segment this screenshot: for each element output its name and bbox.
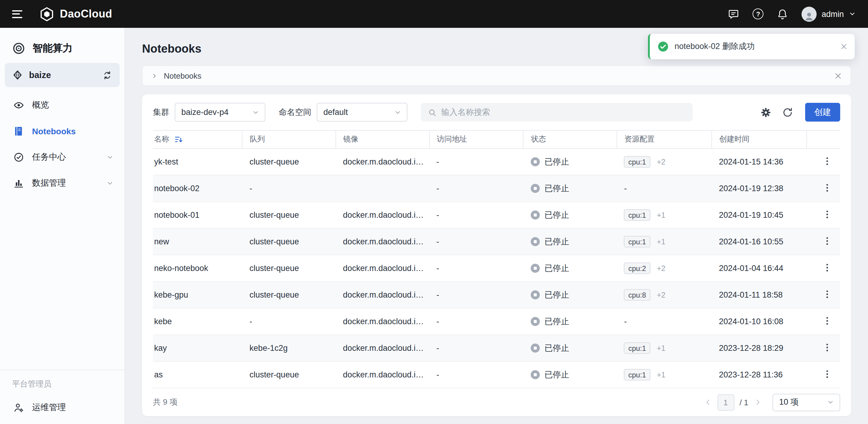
table-row[interactable]: notebook-02 - - 已停止 - 2024-01-19 12:38 <box>153 175 840 202</box>
switch-workspace-icon[interactable] <box>102 70 113 80</box>
stopped-status-icon <box>531 290 540 299</box>
resource-tag: cpu:1 <box>624 156 650 168</box>
sidebar-item-notebooks[interactable]: Notebooks <box>0 118 125 144</box>
stopped-status-icon <box>531 317 540 326</box>
table-row[interactable]: kay kebe-1c2g docker.m.daocloud.io/... -… <box>153 335 840 361</box>
chevron-down-icon <box>394 109 401 116</box>
resource-cell: - <box>617 175 712 202</box>
row-actions-button[interactable] <box>822 262 832 272</box>
sidebar-item-data[interactable]: 数据管理 <box>0 170 125 196</box>
menu-icon[interactable] <box>12 10 22 18</box>
image-cell <box>336 175 429 202</box>
prev-page-button[interactable] <box>703 398 712 406</box>
created-cell: 2024-01-11 18:58 <box>712 281 807 308</box>
address-cell: - <box>429 361 523 388</box>
user-menu[interactable]: admin <box>802 6 856 22</box>
resource-cell: - <box>617 308 712 335</box>
table-row[interactable]: kebe-gpu cluster-queue docker.m.daocloud… <box>153 281 840 308</box>
page-size-select[interactable]: 10 项 <box>773 393 840 411</box>
status-cell: 已停止 <box>531 343 613 354</box>
table-row[interactable]: as cluster-queue docker.m.daocloud.io/..… <box>153 361 840 388</box>
next-page-button[interactable] <box>754 398 762 406</box>
search-input[interactable] <box>441 108 685 117</box>
image-cell: docker.m.daocloud.io/... <box>336 281 429 308</box>
close-icon[interactable] <box>840 43 847 50</box>
breadcrumb-item[interactable]: Notebooks <box>164 71 201 80</box>
row-actions-button[interactable] <box>822 315 832 326</box>
table-row[interactable]: yk-test cluster-queue docker.m.daocloud.… <box>153 149 840 175</box>
nav-label: 数据管理 <box>32 178 66 188</box>
kebab-icon <box>822 262 832 272</box>
eye-icon <box>13 99 24 111</box>
notebook-name-cell: notebook-01 <box>153 202 242 228</box>
kebab-icon <box>822 369 832 379</box>
row-actions-button[interactable] <box>822 236 832 246</box>
search-box[interactable] <box>421 103 693 122</box>
table-row[interactable]: neko-notebook cluster-queue docker.m.dao… <box>153 255 840 281</box>
row-actions-button[interactable] <box>822 289 832 299</box>
sidebar-item-ops[interactable]: 运维管理 <box>0 394 125 420</box>
chevron-down-icon <box>827 399 834 406</box>
sidebar-nav: 概览 Notebooks <box>0 92 125 196</box>
sidebar-item-overview[interactable]: 概览 <box>0 92 125 118</box>
column-name: 名称 <box>154 134 169 145</box>
column-address: 访问地址 <box>429 130 523 149</box>
notifications-button[interactable] <box>777 8 788 20</box>
main-content: Notebooks Notebooks 集群 baize-dev-p4 <box>125 28 868 424</box>
row-actions-button[interactable] <box>822 369 832 379</box>
help-button[interactable]: ? <box>752 8 764 19</box>
created-cell: 2024-01-04 16:44 <box>712 255 807 281</box>
created-cell: 2024-01-19 10:45 <box>712 202 807 228</box>
status-label: 已停止 <box>545 156 569 167</box>
cluster-select[interactable]: baize-dev-p4 <box>175 103 266 122</box>
cluster-select-value: baize-dev-p4 <box>181 108 247 117</box>
created-cell: 2023-12-28 18:29 <box>712 335 807 361</box>
table-row[interactable]: new cluster-queue docker.m.daocloud.io/.… <box>153 228 840 255</box>
bar-chart-icon <box>13 178 24 188</box>
sidebar-item-tasks[interactable]: 任务中心 <box>0 144 125 170</box>
resource-extra: +2 <box>657 157 665 166</box>
create-button[interactable]: 创建 <box>805 103 840 122</box>
sidebar-item-baize[interactable]: baize <box>5 63 120 87</box>
kebab-icon <box>822 156 832 166</box>
user-icon <box>803 10 815 22</box>
table-row[interactable]: notebook-01 cluster-queue docker.m.daocl… <box>153 202 840 228</box>
queue-cell: cluster-queue <box>242 255 336 281</box>
sort-icon[interactable] <box>174 135 183 144</box>
namespace-select[interactable]: default <box>317 103 407 122</box>
notebooks-table: 名称 队列 镜像 <box>153 130 840 388</box>
check-circle-icon <box>13 152 24 162</box>
created-cell: 2024-01-15 14:36 <box>712 149 807 175</box>
row-actions-button[interactable] <box>822 156 832 166</box>
address-cell: - <box>429 149 523 175</box>
created-cell: 2024-01-19 12:38 <box>712 175 807 202</box>
status-label: 已停止 <box>545 263 569 274</box>
row-actions-button[interactable] <box>822 342 832 352</box>
breadcrumb: Notebooks <box>142 65 851 86</box>
status-cell: 已停止 <box>531 290 613 300</box>
daocloud-logo[interactable]: DaoCloud <box>39 6 112 22</box>
message-button[interactable] <box>728 8 739 20</box>
row-actions-button[interactable] <box>822 182 832 193</box>
divider <box>0 369 125 370</box>
refresh-button[interactable] <box>782 107 793 118</box>
avatar <box>802 6 817 22</box>
created-cell: 2023-12-28 11:36 <box>712 361 807 388</box>
resource-tag: - <box>624 317 627 326</box>
status-cell: 已停止 <box>531 183 613 194</box>
row-actions-button[interactable] <box>822 209 832 219</box>
address-cell: - <box>429 255 523 281</box>
image-cell: docker.m.daocloud.io/... <box>336 228 429 255</box>
settings-button[interactable] <box>761 107 771 118</box>
filter-row: 集群 baize-dev-p4 命名空间 default <box>153 103 840 122</box>
column-created: 创建时间 <box>712 130 807 149</box>
workspace-label: baize <box>29 70 51 80</box>
notebook-name-cell: kebe-gpu <box>153 281 242 308</box>
page-input[interactable]: 1 <box>717 394 734 411</box>
address-cell: - <box>429 228 523 255</box>
resource-extra: +1 <box>657 211 665 219</box>
message-icon <box>728 8 739 20</box>
table-row[interactable]: kebe - docker.m.daocloud.io/... - 已停止 - … <box>153 308 840 335</box>
resource-tag: - <box>624 184 627 193</box>
close-icon[interactable] <box>834 72 842 80</box>
